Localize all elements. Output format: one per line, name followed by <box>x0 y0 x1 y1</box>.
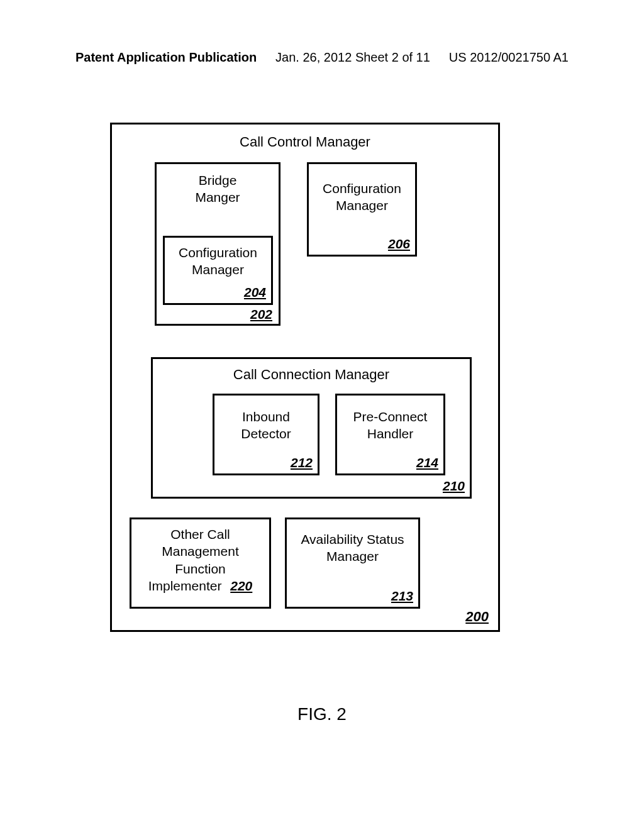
availability-title-line1: Availability Status <box>301 532 404 546</box>
bridge-title-line1: Bridge <box>199 173 237 187</box>
config-title-line2: Manager <box>336 198 388 213</box>
call-control-manager-ref: 200 <box>465 609 489 625</box>
preconnect-title-line2: Handler <box>367 426 414 441</box>
other-call-management-box: Other Call Management Function Implement… <box>130 517 271 609</box>
header-right: US 2012/0021750 A1 <box>449 50 569 65</box>
other-title-line3: Function <box>175 562 226 576</box>
preconnect-handler-title: Pre-Connect Handler <box>337 408 443 443</box>
bridge-inner-title-line2: Manager <box>192 262 244 277</box>
call-connection-manager-box: Call Connection Manager Inbound Detector… <box>151 357 472 499</box>
header-center: Jan. 26, 2012 Sheet 2 of 11 <box>275 50 430 65</box>
other-call-management-title: Other Call Management Function Implement… <box>131 526 269 594</box>
availability-status-ref: 213 <box>391 589 413 604</box>
config-title-line1: Configuration <box>323 181 401 196</box>
other-title-line4: Implementer <box>148 578 222 593</box>
config-manager-title: Configuration Manager <box>309 180 415 214</box>
bridge-manager-ref: 202 <box>250 307 272 322</box>
figure-label: FIG. 2 <box>0 704 644 724</box>
call-control-manager-box: Call Control Manager Bridge Manger Confi… <box>110 123 500 632</box>
preconnect-handler-box: Pre-Connect Handler 214 <box>335 394 445 475</box>
availability-title-line2: Manager <box>326 549 379 563</box>
bridge-inner-config-title: Configuration Manager <box>165 244 271 279</box>
call-connection-manager-ref: 210 <box>443 479 465 494</box>
inbound-detector-ref: 212 <box>291 455 313 470</box>
config-manager-ref: 206 <box>388 236 410 252</box>
bridge-inner-config-box: Configuration Manager 204 <box>163 236 273 305</box>
bridge-inner-title-line1: Configuration <box>179 245 257 260</box>
bridge-title-line2: Manger <box>195 190 240 204</box>
bridge-manager-box: Bridge Manger Configuration Manager 204 … <box>155 162 280 326</box>
availability-status-box: Availability Status Manager 213 <box>285 517 420 609</box>
page-header: Patent Application Publication Jan. 26, … <box>0 0 644 65</box>
availability-status-title: Availability Status Manager <box>287 531 418 565</box>
other-title-line2: Management <box>162 544 239 558</box>
header-left: Patent Application Publication <box>75 50 257 65</box>
inbound-detector-box: Inbound Detector 212 <box>213 394 319 475</box>
bridge-inner-config-ref: 204 <box>244 285 266 300</box>
call-control-manager-title: Call Control Manager <box>112 134 498 150</box>
inbound-title-line1: Inbound <box>242 409 290 424</box>
config-manager-box: Configuration Manager 206 <box>307 162 417 257</box>
inbound-detector-title: Inbound Detector <box>214 408 318 443</box>
preconnect-title-line1: Pre-Connect <box>353 409 428 424</box>
bridge-manager-title: Bridge Manger <box>157 172 279 206</box>
other-call-management-ref: 220 <box>230 578 252 593</box>
other-title-line1: Other Call <box>170 527 230 541</box>
call-connection-manager-title: Call Connection Manager <box>153 367 470 383</box>
inbound-title-line2: Detector <box>241 426 291 441</box>
preconnect-handler-ref: 214 <box>416 455 438 470</box>
